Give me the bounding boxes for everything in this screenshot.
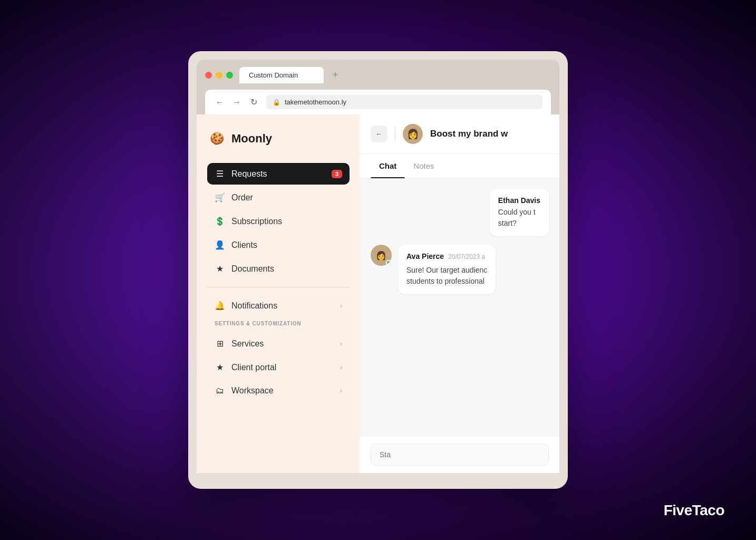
message-ava-wrapper: 👩 Ava Pierce 20/07/2023 a Sure! Our targ…	[371, 245, 549, 294]
url-text: takemetothemoon.ly	[285, 98, 346, 106]
notifications-icon: 🔔	[215, 301, 225, 311]
sidebar-item-services[interactable]: ⊞ Services ›	[207, 333, 350, 354]
requests-badge: 3	[332, 170, 342, 178]
url-bar[interactable]: 🔒 takemetothemoon.ly	[266, 95, 542, 109]
subscriptions-label: Subscriptions	[231, 217, 342, 226]
documents-icon: ★	[215, 264, 225, 274]
message-bubble-ethan: Ethan Davis Could you tstart?	[490, 189, 549, 236]
traffic-lights	[205, 72, 233, 79]
message-date-ava: 20/07/2023 a	[448, 253, 485, 261]
clients-icon: 👤	[215, 240, 225, 250]
client-portal-chevron-icon: ›	[340, 364, 342, 371]
browser-chrome: Custom Domain + ← → ↻ 🔒 takemetothemoon.…	[197, 60, 559, 114]
new-tab-button[interactable]: +	[328, 68, 343, 83]
notifications-label: Notifications	[231, 301, 334, 311]
order-label: Order	[231, 193, 342, 202]
watermark: FiveTaco	[664, 502, 724, 519]
message-text-ethan: Could you tstart?	[498, 207, 540, 229]
maximize-button[interactable]	[226, 72, 233, 79]
sidebar: 🍪 Moonly ☰ Requests 3 🛒 Order 💲 Subscrip…	[197, 114, 360, 473]
chat-header: ← 👩 Boost my brand w	[360, 114, 559, 154]
chat-header-avatar: 👩	[403, 124, 423, 144]
message-meta-ava: Ava Pierce 20/07/2023 a	[406, 252, 487, 263]
settings-section-header: SETTINGS & CUSTOMIZATION	[207, 319, 350, 329]
services-label: Services	[231, 339, 334, 349]
message-sender-ethan: Ethan Davis	[498, 196, 540, 205]
refresh-button[interactable]: ↻	[247, 96, 260, 109]
sidebar-item-notifications[interactable]: 🔔 Notifications ›	[207, 295, 350, 316]
workspace-label: Workspace	[231, 386, 334, 396]
services-icon: ⊞	[215, 339, 225, 349]
sidebar-item-requests[interactable]: ☰ Requests 3	[207, 163, 350, 185]
tab-notes[interactable]: Notes	[405, 154, 442, 178]
brand-name: Moonly	[231, 132, 272, 146]
nav-divider	[207, 287, 350, 287]
minimize-button[interactable]	[216, 72, 222, 79]
requests-label: Requests	[231, 169, 325, 179]
documents-label: Documents	[231, 264, 342, 274]
tab-bar: Custom Domain +	[239, 67, 343, 83]
client-portal-icon: ★	[215, 362, 225, 372]
browser-tab[interactable]: Custom Domain	[239, 67, 324, 83]
brand-logo: 🍪	[207, 129, 226, 148]
message-sender-ava: Ava Pierce	[406, 252, 444, 261]
sidebar-item-client-portal[interactable]: ★ Client portal ›	[207, 356, 350, 378]
message-text-ava: Sure! Our target audiencstudents to prof…	[406, 265, 487, 287]
notifications-chevron-icon: ›	[340, 302, 342, 310]
sidebar-item-subscriptions[interactable]: 💲 Subscriptions	[207, 210, 350, 232]
chat-panel: ← 👩 Boost my brand w Chat Notes Ethan Da…	[360, 114, 559, 473]
brand: 🍪 Moonly	[207, 129, 350, 148]
client-portal-label: Client portal	[231, 363, 334, 372]
ava-avatar: 👩	[371, 245, 392, 266]
chat-messages: Ethan Davis Could you tstart? 👩 Ava Pier…	[360, 178, 559, 436]
tab-chat[interactable]: Chat	[371, 154, 405, 178]
forward-nav-button[interactable]: →	[230, 96, 243, 109]
chat-input-area	[360, 436, 559, 473]
address-bar: ← → ↻ 🔒 takemetothemoon.ly	[205, 90, 551, 114]
chat-input[interactable]	[371, 443, 549, 466]
nav-buttons: ← → ↻	[214, 96, 260, 109]
workspace-icon: 🗂	[215, 386, 225, 396]
sidebar-item-order[interactable]: 🛒 Order	[207, 187, 350, 208]
workspace-chevron-icon: ›	[340, 387, 342, 394]
sidebar-item-documents[interactable]: ★ Documents	[207, 258, 350, 279]
message-ethan: Ethan Davis Could you tstart?	[371, 189, 549, 236]
back-nav-button[interactable]: ←	[214, 96, 226, 109]
lock-icon: 🔒	[273, 99, 280, 106]
sidebar-item-clients[interactable]: 👤 Clients	[207, 234, 350, 256]
close-button[interactable]	[205, 72, 212, 79]
order-icon: 🛒	[215, 192, 225, 202]
chat-tabs: Chat Notes	[360, 154, 559, 178]
services-chevron-icon: ›	[340, 340, 342, 348]
app-container: 🍪 Moonly ☰ Requests 3 🛒 Order 💲 Subscrip…	[197, 114, 559, 473]
chat-title: Boost my brand w	[430, 129, 508, 139]
sidebar-item-workspace[interactable]: 🗂 Workspace ›	[207, 380, 350, 401]
outer-window: Custom Domain + ← → ↻ 🔒 takemetothemoon.…	[188, 51, 568, 489]
subscriptions-icon: 💲	[215, 216, 225, 226]
online-indicator	[386, 260, 391, 265]
chat-header-divider	[395, 127, 395, 141]
requests-icon: ☰	[215, 169, 225, 179]
chat-back-button[interactable]: ←	[371, 126, 387, 142]
message-bubble-ava: Ava Pierce 20/07/2023 a Sure! Our target…	[398, 245, 496, 294]
clients-label: Clients	[231, 240, 342, 250]
browser-titlebar: Custom Domain +	[205, 67, 551, 83]
